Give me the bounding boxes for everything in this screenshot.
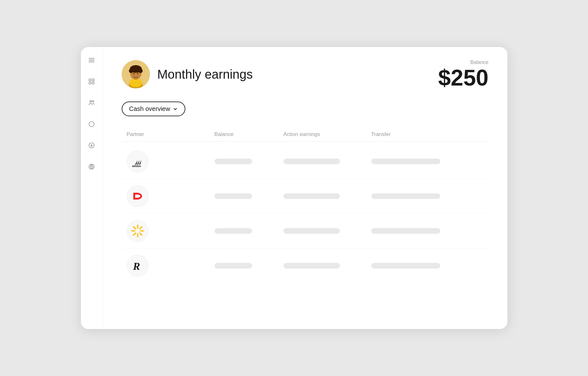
svg-marker-24 [135, 160, 138, 164]
svg-text:adidas: adidas [132, 164, 141, 167]
lock-icon[interactable] [86, 161, 97, 172]
svg-point-21 [138, 69, 143, 73]
doordash-balance-skeleton [215, 193, 283, 199]
table-header: Partner Balance Action earnings Transfer [122, 128, 489, 142]
adidas-transfer-skeleton [371, 159, 489, 164]
compass-icon[interactable] [86, 118, 97, 130]
col-balance: Balance [215, 131, 283, 138]
adidas-balance-skeleton [215, 159, 283, 164]
col-partner: Partner [127, 131, 215, 138]
main-content: Monthly earnings Balance $250 Cash overv… [103, 47, 507, 329]
rakuten-earnings-skeleton [283, 263, 371, 269]
svg-rect-14 [90, 166, 93, 168]
svg-line-35 [133, 233, 135, 235]
header: Monthly earnings Balance $250 [122, 60, 489, 89]
svg-text:R: R [133, 260, 140, 272]
rakuten-balance-skeleton [215, 263, 283, 269]
rakuten-transfer-skeleton [371, 263, 489, 269]
header-left: Monthly earnings [122, 60, 253, 88]
col-action-earnings: Action earnings [283, 131, 371, 138]
chevron-down-icon [173, 107, 178, 112]
svg-line-32 [133, 227, 135, 229]
walmart-transfer-skeleton [371, 228, 489, 234]
partner-logo-doordash [127, 185, 215, 207]
balance-section: Balance $250 [438, 60, 488, 89]
adidas-earnings-skeleton [283, 159, 371, 164]
cash-overview-label: Cash overview [129, 105, 170, 112]
doordash-transfer-skeleton [371, 193, 489, 199]
table-row: adidas [122, 144, 489, 179]
balance-label: Balance [438, 60, 488, 65]
svg-rect-3 [89, 79, 91, 81]
svg-point-17 [130, 78, 142, 87]
svg-point-8 [92, 101, 94, 102]
svg-point-7 [90, 101, 92, 102]
svg-line-33 [140, 233, 142, 235]
balance-amount: $250 [438, 66, 488, 89]
app-container: Monthly earnings Balance $250 Cash overv… [81, 47, 507, 329]
walmart-balance-skeleton [215, 228, 283, 234]
page-title: Monthly earnings [157, 67, 253, 81]
avatar [122, 60, 150, 88]
sidebar [81, 47, 103, 329]
menu-icon[interactable] [86, 55, 97, 66]
cash-overview-button[interactable]: Cash overview [122, 102, 185, 116]
dashboard-icon[interactable] [86, 76, 97, 87]
svg-point-23 [137, 73, 138, 75]
svg-point-22 [133, 73, 135, 75]
svg-rect-5 [89, 82, 91, 84]
walmart-earnings-skeleton [283, 228, 371, 234]
table-row [122, 214, 489, 248]
partner-logo-rakuten: R [127, 255, 215, 277]
partner-logo-walmart [127, 220, 215, 242]
svg-point-12 [89, 143, 94, 148]
svg-rect-4 [92, 79, 94, 81]
table-row: R [122, 248, 489, 283]
group-icon[interactable] [86, 97, 97, 108]
svg-point-20 [129, 69, 133, 73]
lightning-icon[interactable] [86, 140, 97, 151]
svg-line-34 [140, 227, 142, 229]
svg-rect-6 [92, 82, 94, 84]
table-row [122, 179, 489, 214]
doordash-earnings-skeleton [283, 193, 371, 199]
partner-logo-adidas: adidas [127, 150, 215, 172]
col-transfer: Transfer [371, 131, 489, 138]
partners-table: Partner Balance Action earnings Transfer [122, 128, 489, 283]
svg-point-11 [91, 124, 92, 125]
